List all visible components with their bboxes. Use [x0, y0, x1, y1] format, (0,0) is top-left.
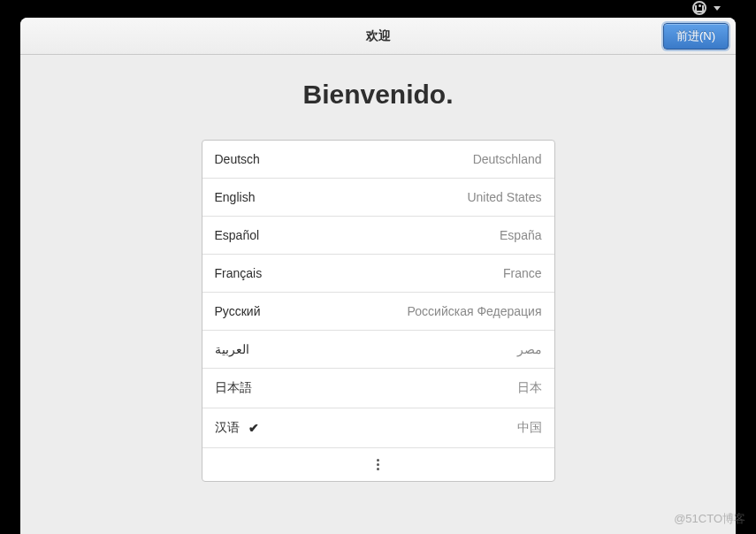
language-country: España: [500, 228, 541, 242]
language-name: Deutsch: [215, 152, 260, 166]
language-name: 日本語: [215, 380, 252, 396]
header-bar: 欢迎 前进(N): [20, 18, 736, 55]
window-title: 欢迎: [366, 28, 391, 44]
top-bar-controls[interactable]: [692, 1, 721, 15]
language-row-japanese[interactable]: 日本語 日本: [202, 369, 554, 408]
language-name: Русский: [215, 304, 261, 318]
language-country: Deutschland: [473, 152, 542, 166]
language-row-deutsch[interactable]: Deutsch Deutschland: [202, 141, 554, 179]
language-row-russian[interactable]: Русский Российская Федерация: [202, 293, 554, 331]
language-country: 中国: [517, 420, 542, 436]
language-name: Español: [215, 228, 260, 242]
language-list: Deutsch Deutschland English United State…: [202, 140, 555, 482]
language-country: United States: [467, 190, 541, 204]
language-row-english[interactable]: English United States: [202, 179, 554, 217]
top-bar: [0, 0, 756, 16]
accessibility-icon: [692, 1, 706, 15]
language-row-chinese[interactable]: 汉语 ✔ 中国: [202, 408, 554, 448]
more-languages-button[interactable]: [202, 448, 554, 481]
language-name: العربية: [215, 342, 249, 356]
language-name: Français: [215, 266, 263, 280]
language-name: English: [215, 190, 256, 204]
language-country: Российская Федерация: [408, 304, 542, 318]
next-button[interactable]: 前进(N): [663, 23, 729, 50]
chevron-down-icon: [714, 6, 721, 11]
check-icon: ✔: [248, 421, 259, 435]
more-icon: [377, 459, 379, 470]
language-country: 日本: [517, 380, 542, 396]
content-area: Bienvenido. Deutsch Deutschland English …: [20, 55, 736, 534]
language-country: مصر: [517, 342, 542, 356]
watermark: @51CTO博客: [674, 511, 745, 527]
language-row-francais[interactable]: Français France: [202, 255, 554, 293]
language-country: France: [503, 266, 542, 280]
setup-window: 欢迎 前进(N) Bienvenido. Deutsch Deutschland…: [20, 18, 736, 534]
language-name: 汉语 ✔: [215, 420, 259, 436]
language-row-arabic[interactable]: العربية مصر: [202, 331, 554, 369]
language-row-espanol[interactable]: Español España: [202, 217, 554, 255]
welcome-heading: Bienvenido.: [302, 80, 453, 110]
